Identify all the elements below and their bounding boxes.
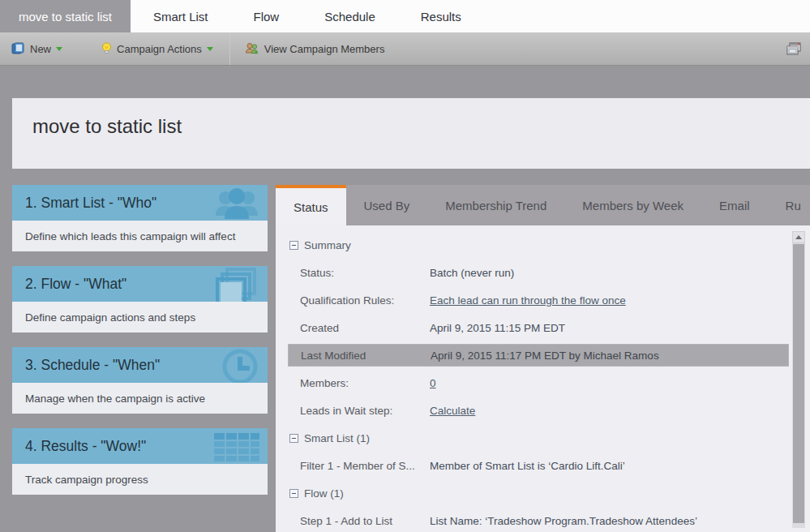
row-label: Last Modified [301, 350, 431, 362]
created-row: Created April 9, 2015 11:15 PM EDT [276, 314, 810, 341]
collapse-icon[interactable] [289, 489, 298, 498]
grid-table-icon [211, 430, 263, 464]
collapse-icon[interactable] [289, 434, 298, 443]
step-card-flow[interactable]: 2. Flow - "What" Define campaign actions… [12, 266, 268, 332]
row-value: Member of Smart List is ‘Cardio Lift.Cal… [430, 460, 625, 472]
section-header-label: Flow (1) [304, 487, 344, 500]
members-row: Members: 0 [276, 369, 810, 397]
new-icon [11, 42, 25, 55]
panel-tab-status[interactable]: Status [276, 185, 346, 225]
stacked-frames-icon [211, 268, 263, 302]
campaign-title-panel: move to static list [12, 98, 810, 169]
clock-icon [211, 349, 263, 383]
step-description: Define which leads this campaign will af… [12, 221, 268, 251]
filter-1-row: Filter 1 - Member of S... Member of Smar… [276, 452, 810, 479]
campaign-members-icon [245, 42, 259, 55]
window-tab-strip: move to static list Smart List Flow Sche… [0, 0, 810, 32]
detail-panel: Status Used By Membership Trend Members … [276, 185, 810, 532]
section-summary: Summary [276, 231, 810, 259]
qualification-rules-row: Qualification Rules: Each lead can run t… [276, 286, 810, 314]
row-label: Filter 1 - Member of S... [300, 460, 430, 472]
page-title: move to static list [12, 98, 810, 138]
view-campaign-members-button[interactable]: View Campaign Members [237, 32, 393, 65]
collapse-icon[interactable] [289, 241, 298, 250]
tab-schedule[interactable]: Schedule [302, 0, 398, 32]
toolbar-separator [229, 32, 230, 65]
tab-move-to-static-list[interactable]: move to static list [0, 0, 131, 32]
campaign-actions-dropdown-caret[interactable] [207, 47, 213, 51]
row-label: Qualification Rules: [300, 294, 430, 307]
status-row: Status: Batch (never run) [276, 259, 810, 286]
cascade-windows-icon [785, 41, 802, 57]
new-dropdown-caret[interactable] [56, 47, 62, 51]
panel-tab-rules[interactable]: Ru [768, 185, 801, 225]
row-label: Created [300, 322, 430, 334]
row-value: April 9, 2015 11:17 PM EDT by Michael Ra… [431, 350, 659, 362]
view-campaign-members-label: View Campaign Members [264, 43, 385, 55]
step-description: Manage when the campaign is active [12, 383, 268, 414]
new-label: New [30, 43, 51, 55]
step-title: 2. Flow - "What" [25, 276, 126, 293]
step-card-results[interactable]: 4. Results - "Wow!" Track campaign progr… [12, 428, 268, 495]
step-description: Track campaign progress [12, 464, 268, 495]
detail-tab-strip: Status Used By Membership Trend Members … [276, 185, 810, 225]
window-manager-button[interactable] [785, 32, 802, 65]
row-value: List Name: ‘Tradeshow Program.Tradeshow … [430, 515, 697, 527]
row-label: Members: [300, 377, 430, 389]
row-label: Leads in Wait step: [300, 405, 430, 417]
panel-tab-membership-trend[interactable]: Membership Trend [427, 185, 564, 225]
campaign-actions-button[interactable]: Campaign Actions [93, 32, 221, 65]
panel-tab-used-by[interactable]: Used By [346, 185, 428, 225]
step-card-smart-list[interactable]: 1. Smart List - "Who" Define which leads… [12, 185, 268, 251]
tab-results[interactable]: Results [398, 0, 484, 32]
section-flow: Flow (1) [276, 479, 810, 507]
toolbar: New Campaign Actions View Campaign Membe… [0, 32, 810, 66]
tab-smart-list[interactable]: Smart List [131, 0, 231, 32]
step-description: Define campaign actions and steps [12, 302, 268, 332]
last-modified-row[interactable]: Last Modified April 9, 2015 11:17 PM EDT… [288, 344, 789, 367]
scroll-up-button[interactable] [792, 231, 805, 243]
scroll-thumb[interactable] [793, 244, 804, 523]
qualification-rules-link[interactable]: Each lead can run through the flow once [430, 294, 626, 307]
panel-tab-members-by-week[interactable]: Members by Week [564, 185, 701, 225]
status-content: Summary Status: Batch (never run) Qualif… [276, 225, 810, 532]
step-card-schedule[interactable]: 3. Schedule - "When" Manage when the cam… [12, 347, 268, 414]
step-title: 1. Smart List - "Who" [25, 195, 156, 212]
step-1-row: Step 1 - Add to List List Name: ‘Tradesh… [276, 507, 810, 532]
tab-flow[interactable]: Flow [231, 0, 302, 32]
row-label: Status: [300, 267, 430, 279]
section-header-label: Smart List (1) [304, 432, 370, 444]
section-smart-list: Smart List (1) [276, 424, 810, 452]
members-count-link[interactable]: 0 [430, 377, 436, 389]
leads-in-wait-step-row: Leads in Wait step: Calculate [276, 397, 810, 424]
step-title: 3. Schedule - "When" [25, 357, 160, 374]
calculate-link[interactable]: Calculate [430, 405, 475, 417]
row-value: April 9, 2015 11:15 PM EDT [430, 322, 565, 334]
campaign-steps-column: 1. Smart List - "Who" Define which leads… [12, 185, 268, 509]
section-header-label: Summary [304, 239, 351, 251]
row-label: Step 1 - Add to List [300, 515, 430, 527]
people-group-icon [211, 187, 263, 221]
campaign-actions-label: Campaign Actions [117, 43, 202, 55]
new-button[interactable]: New [3, 32, 71, 65]
panel-tab-email[interactable]: Email [701, 185, 768, 225]
vertical-scrollbar[interactable] [792, 231, 805, 528]
step-title: 4. Results - "Wow!" [25, 438, 146, 455]
lightbulb-icon [101, 42, 112, 56]
row-value: Batch (never run) [430, 267, 514, 279]
